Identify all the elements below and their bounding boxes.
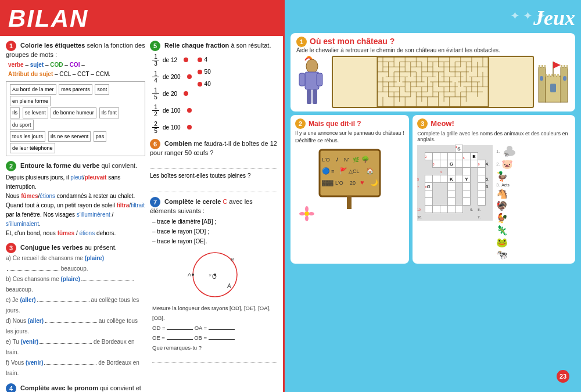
cw-row-9: 10 9. 8. [417,206,493,213]
meow-title: Meow! [431,119,454,128]
animal-item-6: 🐓 [496,213,518,224]
svg-rect-96 [539,65,540,69]
bilan-header: BILAN [0,0,283,36]
cw-row-10: 10. 7. [417,213,493,221]
exercise-3: 3 Conjugue les verbes au présent. a) Ce … [6,243,145,379]
animal-item-8: 🐸 [496,237,518,248]
ex4-number: 4 [6,383,16,392]
cw-row-2: 2 6 E [417,153,493,160]
ex6-header: 6 Combien me faudra-t-il de boîtes de 12… [150,139,277,156]
cw-row-8 [417,198,493,206]
svg-text:🌙: 🌙 [370,178,378,186]
exercise-4: 4 Complète avec le pronom qui convient e… [6,383,145,392]
svg-rect-102 [546,74,547,77]
maze-area [296,56,569,108]
animal-item-1: 1. 🐄 [496,145,518,157]
svg-rect-103 [548,74,550,77]
fractions-left: 13 de 12 14 de 200 15 de 2 [152,53,192,134]
meow-subtitle: Complete la grille avec les noms des ani… [417,131,571,142]
knight-figure [296,56,328,108]
ex5-content: 13 de 12 14 de 200 15 de 2 [152,53,277,134]
castle-sign-exercise: 2 Mais que dit-il ? Il y a une annonce s… [290,115,409,264]
ex6-content: Les boîtes seront-elles toutes pleines ? [150,159,277,192]
ex4-instruction: Complète avec le pronom qui convient et … [6,384,141,392]
ex1-header: 1 Colorie les étiquettes selon la foncti… [6,41,145,58]
ex7-header: 7 Complète le cercle C avec les éléments… [150,197,277,214]
exercise-7: 7 Complète le cercle C avec les éléments… [150,197,277,363]
crossword-table: 1S 2 [417,145,493,221]
chateau-exercise: 1 Où est mon château ? Aide le chevalier… [290,33,575,112]
svg-text:×: × [209,272,211,278]
svg-rect-11 [317,73,322,86]
crossword-layout: 1S 2 [417,145,571,260]
cw-row-3: 3 G 9 4. [417,160,493,168]
ex2-number: 2 [6,161,16,171]
fractions-right: 4 50 40 [198,56,211,134]
svg-point-131 [305,215,309,221]
svg-rect-105 [554,74,556,77]
svg-rect-10 [299,73,305,86]
sign-subtitle: Il y a une annonce sur le panneau du châ… [295,130,404,144]
svg-text:N': N' [344,157,349,163]
rebus-sign: L'O ♪ N' 🌿 🌳 🔵 ≡ 🚩 △CL 🏠 ▓▓▓ L'O 20 ♥ [315,147,385,211]
svg-text:20: 20 [350,180,356,186]
exercise-5: 5 Relie chaque fraction à son résultat. … [150,41,277,134]
svg-text:A: A [227,283,231,289]
svg-rect-101 [566,65,568,69]
svg-marker-111 [553,62,561,69]
svg-text:A: A [188,272,191,278]
svg-text:🔵: 🔵 [322,167,330,175]
svg-text:🚩: 🚩 [339,167,347,175]
svg-text:🌿: 🌿 [353,156,360,163]
animal-item-5: 🦃 [496,200,518,211]
svg-text:e: e [231,256,234,262]
svg-text:▓▓▓: ▓▓▓ [322,180,333,186]
svg-rect-97 [541,65,543,69]
svg-rect-13 [313,89,317,104]
chateau-title: Où est mon château ? [310,37,394,46]
animal-item-2: 2. 🐷 [496,159,518,170]
svg-rect-107 [540,76,543,81]
cw-row-4: 4 [417,168,493,175]
ex7-content: – trace le diamètre [AB] ; – trace le ra… [152,217,277,363]
left-main: 1 Colorie les étiquettes selon la foncti… [6,41,277,386]
sign-title: Mais que dit-il ? [309,120,361,128]
left-column-2: 5 Relie chaque fraction à son résultat. … [150,41,277,386]
sign-ex-number: 2 [295,118,306,129]
svg-text:O: O [212,274,217,280]
animal-item-3: 3. Acts [496,183,518,187]
animal-item-goose: 🦆 [496,171,518,182]
svg-rect-106 [557,74,559,77]
ex2-content: Depuis plusieurs jours, il pleut/pleuvai… [6,173,145,238]
ex1-number: 1 [6,41,16,51]
svg-rect-109 [550,84,556,92]
svg-point-3 [192,274,194,276]
exercise-6: 6 Combien me faudra-t-il de boîtes de 12… [150,139,277,192]
ex3-number: 3 [6,243,16,253]
castle-figure [537,56,569,108]
ex2-instruction: Entoure la forme du verbe qui convient. [20,162,137,169]
animal-item-7: 🦎 [496,225,518,236]
svg-text:△CL: △CL [349,168,360,174]
circle-diagram: O A e A × [183,249,247,301]
svg-rect-108 [563,76,566,81]
ex1-instruction: Colorie les étiquettes selon la fonction… [6,42,145,58]
page-number: 23 [557,370,569,383]
svg-text:🐄: 🐄 [503,152,509,157]
cw-row-6: 7 8G 6. [417,183,493,190]
svg-text:♪: ♪ [335,155,339,163]
left-panel: BILAN 1 Colorie les étiquettes selon la … [0,0,285,392]
animal-item-cow: 🐄 [496,249,518,260]
svg-rect-93 [539,67,546,102]
svg-text:♥: ♥ [360,179,364,186]
ex3-header: 3 Conjugue les verbes au présent. [6,243,145,253]
exercise-1: 1 Colorie les étiquettes selon la foncti… [6,41,145,156]
svg-rect-99 [561,65,562,69]
svg-text:🌳: 🌳 [361,155,370,163]
svg-point-8 [306,59,318,73]
ex1-sentences: Au bord de la mer mes parents sont en pl… [6,81,145,156]
svg-point-132 [299,212,305,215]
ex5-header: 5 Relie chaque fraction à son résultat. [150,41,277,51]
svg-text:≡: ≡ [331,168,334,174]
ex1-colors: verbe – sujet – COD – COI – Attribut du … [8,60,145,79]
